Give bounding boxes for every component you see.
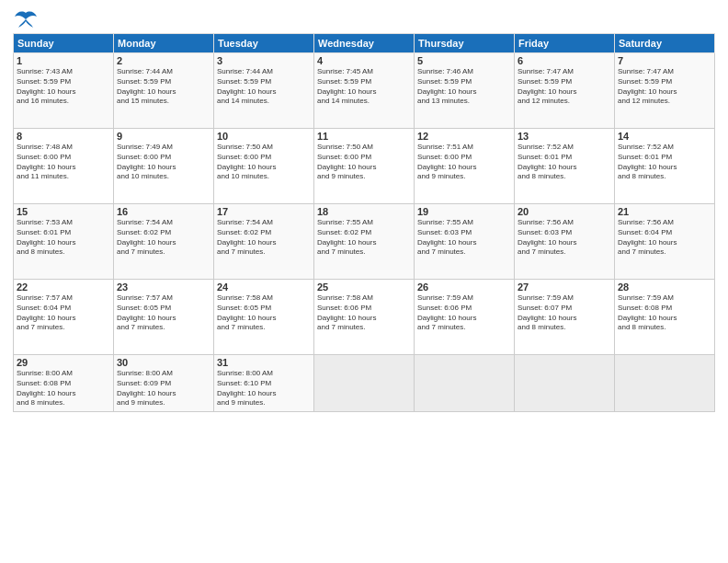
calendar-cell: 30Sunrise: 8:00 AM Sunset: 6:09 PM Dayli… <box>114 355 214 412</box>
calendar-cell: 15Sunrise: 7:53 AM Sunset: 6:01 PM Dayli… <box>14 204 114 280</box>
day-info: Sunrise: 7:44 AM Sunset: 5:59 PM Dayligh… <box>217 67 311 107</box>
day-number: 19 <box>417 206 511 217</box>
calendar-cell: 28Sunrise: 7:59 AM Sunset: 6:08 PM Dayli… <box>615 280 715 355</box>
header-day-thursday: Thursday <box>415 34 515 53</box>
week-row-5: 29Sunrise: 8:00 AM Sunset: 6:08 PM Dayli… <box>14 355 715 412</box>
day-info: Sunrise: 7:54 AM Sunset: 6:02 PM Dayligh… <box>117 218 210 258</box>
page-container: SundayMondayTuesdayWednesdayThursdayFrid… <box>0 0 728 418</box>
day-info: Sunrise: 8:00 AM Sunset: 6:08 PM Dayligh… <box>17 369 110 408</box>
day-number: 17 <box>217 206 311 217</box>
day-info: Sunrise: 7:44 AM Sunset: 5:59 PM Dayligh… <box>117 67 210 107</box>
day-number: 23 <box>117 282 210 293</box>
day-info: Sunrise: 7:57 AM Sunset: 6:05 PM Dayligh… <box>117 293 210 333</box>
calendar-cell: 24Sunrise: 7:58 AM Sunset: 6:05 PM Dayli… <box>214 280 314 355</box>
day-info: Sunrise: 7:59 AM Sunset: 6:08 PM Dayligh… <box>618 293 711 333</box>
day-info: Sunrise: 7:57 AM Sunset: 6:04 PM Dayligh… <box>17 293 110 333</box>
day-number: 31 <box>217 357 311 368</box>
day-number: 2 <box>117 55 210 66</box>
day-number: 30 <box>117 357 210 368</box>
header-day-monday: Monday <box>114 34 214 53</box>
day-info: Sunrise: 7:56 AM Sunset: 6:03 PM Dayligh… <box>518 218 611 258</box>
day-info: Sunrise: 8:00 AM Sunset: 6:10 PM Dayligh… <box>217 369 311 408</box>
day-number: 21 <box>618 206 711 217</box>
day-info: Sunrise: 7:43 AM Sunset: 5:59 PM Dayligh… <box>17 67 110 107</box>
day-number: 11 <box>317 131 411 142</box>
day-number: 1 <box>17 55 110 66</box>
day-number: 12 <box>417 131 511 142</box>
calendar-cell: 4Sunrise: 7:45 AM Sunset: 5:59 PM Daylig… <box>314 53 415 129</box>
calendar-cell: 21Sunrise: 7:56 AM Sunset: 6:04 PM Dayli… <box>615 204 715 280</box>
day-number: 3 <box>217 55 311 66</box>
header-day-tuesday: Tuesday <box>214 34 314 53</box>
week-row-4: 22Sunrise: 7:57 AM Sunset: 6:04 PM Dayli… <box>14 280 715 355</box>
day-info: Sunrise: 7:55 AM Sunset: 6:02 PM Dayligh… <box>317 218 411 258</box>
calendar-cell: 25Sunrise: 7:58 AM Sunset: 6:06 PM Dayli… <box>314 280 415 355</box>
day-number: 15 <box>17 206 110 217</box>
calendar-cell <box>314 355 415 412</box>
calendar-cell: 13Sunrise: 7:52 AM Sunset: 6:01 PM Dayli… <box>515 129 615 204</box>
calendar-cell: 8Sunrise: 7:48 AM Sunset: 6:00 PM Daylig… <box>14 129 114 204</box>
day-info: Sunrise: 7:48 AM Sunset: 6:00 PM Dayligh… <box>17 143 110 182</box>
week-row-3: 15Sunrise: 7:53 AM Sunset: 6:01 PM Dayli… <box>14 204 715 280</box>
calendar-cell <box>415 355 515 412</box>
day-number: 25 <box>317 282 411 293</box>
calendar-cell: 31Sunrise: 8:00 AM Sunset: 6:10 PM Dayli… <box>214 355 314 412</box>
day-info: Sunrise: 7:51 AM Sunset: 6:00 PM Dayligh… <box>417 143 511 182</box>
day-number: 13 <box>518 131 611 142</box>
header-day-sunday: Sunday <box>14 34 114 53</box>
calendar-cell: 22Sunrise: 7:57 AM Sunset: 6:04 PM Dayli… <box>14 280 114 355</box>
day-info: Sunrise: 7:47 AM Sunset: 5:59 PM Dayligh… <box>618 67 711 107</box>
day-info: Sunrise: 7:46 AM Sunset: 5:59 PM Dayligh… <box>417 67 511 107</box>
header <box>13 9 715 29</box>
day-info: Sunrise: 7:56 AM Sunset: 6:04 PM Dayligh… <box>618 218 711 258</box>
header-day-friday: Friday <box>515 34 615 53</box>
calendar-cell: 6Sunrise: 7:47 AM Sunset: 5:59 PM Daylig… <box>515 53 615 129</box>
day-info: Sunrise: 7:59 AM Sunset: 6:06 PM Dayligh… <box>417 293 511 333</box>
calendar-cell: 1Sunrise: 7:43 AM Sunset: 5:59 PM Daylig… <box>14 53 114 129</box>
day-info: Sunrise: 7:52 AM Sunset: 6:01 PM Dayligh… <box>618 143 711 182</box>
header-day-saturday: Saturday <box>615 34 715 53</box>
day-number: 27 <box>518 282 611 293</box>
calendar-header-row: SundayMondayTuesdayWednesdayThursdayFrid… <box>14 34 715 53</box>
day-info: Sunrise: 7:52 AM Sunset: 6:01 PM Dayligh… <box>518 143 611 182</box>
calendar-cell: 29Sunrise: 8:00 AM Sunset: 6:08 PM Dayli… <box>14 355 114 412</box>
day-info: Sunrise: 7:54 AM Sunset: 6:02 PM Dayligh… <box>217 218 311 258</box>
calendar-cell: 11Sunrise: 7:50 AM Sunset: 6:00 PM Dayli… <box>314 129 415 204</box>
day-number: 9 <box>117 131 210 142</box>
day-number: 6 <box>518 55 611 66</box>
calendar-cell: 5Sunrise: 7:46 AM Sunset: 5:59 PM Daylig… <box>415 53 515 129</box>
day-number: 10 <box>217 131 311 142</box>
calendar-cell: 14Sunrise: 7:52 AM Sunset: 6:01 PM Dayli… <box>615 129 715 204</box>
day-info: Sunrise: 7:58 AM Sunset: 6:05 PM Dayligh… <box>217 293 311 333</box>
day-number: 28 <box>618 282 711 293</box>
calendar-cell: 3Sunrise: 7:44 AM Sunset: 5:59 PM Daylig… <box>214 53 314 129</box>
header-day-wednesday: Wednesday <box>314 34 415 53</box>
day-info: Sunrise: 7:59 AM Sunset: 6:07 PM Dayligh… <box>518 293 611 333</box>
day-number: 20 <box>518 206 611 217</box>
logo-bird-icon <box>13 9 39 29</box>
day-number: 14 <box>618 131 711 142</box>
day-number: 26 <box>417 282 511 293</box>
calendar-cell: 16Sunrise: 7:54 AM Sunset: 6:02 PM Dayli… <box>114 204 214 280</box>
calendar-cell: 18Sunrise: 7:55 AM Sunset: 6:02 PM Dayli… <box>314 204 415 280</box>
day-number: 24 <box>217 282 311 293</box>
calendar-cell: 17Sunrise: 7:54 AM Sunset: 6:02 PM Dayli… <box>214 204 314 280</box>
calendar-cell <box>615 355 715 412</box>
calendar-cell: 9Sunrise: 7:49 AM Sunset: 6:00 PM Daylig… <box>114 129 214 204</box>
logo <box>13 9 42 29</box>
calendar-cell: 26Sunrise: 7:59 AM Sunset: 6:06 PM Dayli… <box>415 280 515 355</box>
day-info: Sunrise: 8:00 AM Sunset: 6:09 PM Dayligh… <box>117 369 210 408</box>
calendar-cell: 23Sunrise: 7:57 AM Sunset: 6:05 PM Dayli… <box>114 280 214 355</box>
day-info: Sunrise: 7:58 AM Sunset: 6:06 PM Dayligh… <box>317 293 411 333</box>
day-info: Sunrise: 7:47 AM Sunset: 5:59 PM Dayligh… <box>518 67 611 107</box>
day-number: 22 <box>17 282 110 293</box>
day-info: Sunrise: 7:49 AM Sunset: 6:00 PM Dayligh… <box>117 143 210 182</box>
day-number: 18 <box>317 206 411 217</box>
day-info: Sunrise: 7:50 AM Sunset: 6:00 PM Dayligh… <box>217 143 311 182</box>
calendar-cell: 19Sunrise: 7:55 AM Sunset: 6:03 PM Dayli… <box>415 204 515 280</box>
calendar-table: SundayMondayTuesdayWednesdayThursdayFrid… <box>13 33 715 412</box>
day-info: Sunrise: 7:50 AM Sunset: 6:00 PM Dayligh… <box>317 143 411 182</box>
day-number: 8 <box>17 131 110 142</box>
week-row-2: 8Sunrise: 7:48 AM Sunset: 6:00 PM Daylig… <box>14 129 715 204</box>
day-number: 29 <box>17 357 110 368</box>
